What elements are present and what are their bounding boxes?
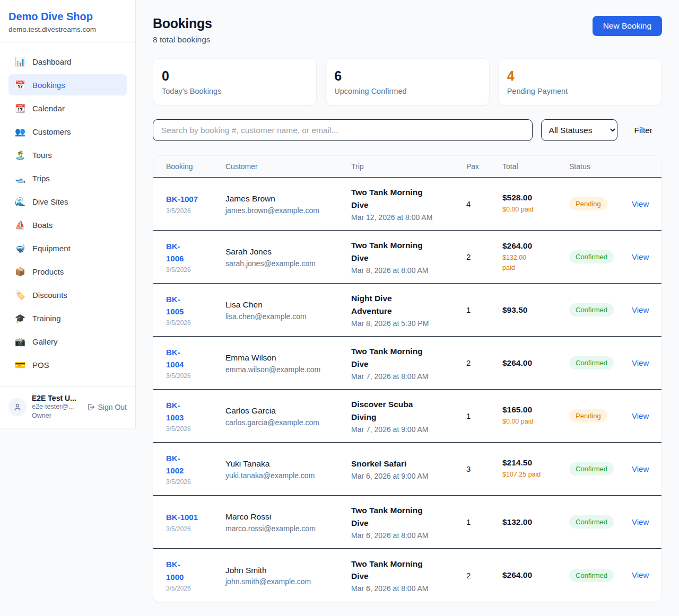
stat-value: 0 [162, 68, 308, 84]
trip-datetime: Mar 8, 2026 at 5:30 PM [351, 319, 466, 328]
sidebar-item-bookings[interactable]: 📅 Bookings [8, 74, 127, 95]
shop-name: Demo Dive Shop [8, 10, 127, 23]
sign-out-icon [86, 403, 95, 411]
booking-created-date: 3/5/2026 [166, 372, 225, 380]
sign-out-label: Sign Out [98, 403, 127, 411]
tear-off-calendar-icon: 📆 [15, 103, 25, 113]
customer-name: John Smith [225, 565, 351, 576]
pax-count: 3 [466, 464, 502, 473]
search-input[interactable] [153, 119, 533, 141]
sidebar-item-customers[interactable]: 👥 Customers [8, 121, 127, 142]
total-cell: $528.00 $0.00 paid [502, 193, 569, 214]
table-row: BK-1004 3/5/2026 Emma Wilson emma.wilson… [153, 337, 661, 390]
view-link[interactable]: View [632, 570, 649, 579]
booking-id-link[interactable]: BK-1001 [166, 511, 198, 523]
customer-email: carlos.garcia@example.com [225, 418, 351, 427]
pax-count: 1 [466, 517, 502, 526]
sidebar-item-label: Tours [32, 151, 52, 160]
trip-name: Two Tank Morning Dive [351, 239, 432, 264]
status-badge: Confirmed [569, 250, 614, 263]
status-badge: Confirmed [569, 356, 614, 369]
sidebar-item-label: Trips [32, 174, 50, 183]
trip-name: Two Tank Morning Dive [351, 504, 432, 529]
booking-id-link[interactable]: BK-1000 [166, 558, 187, 583]
sidebar-item-dashboard[interactable]: 📊 Dashboard [8, 51, 127, 72]
person-icon [13, 402, 22, 412]
sign-out-button[interactable]: Sign Out [86, 403, 127, 411]
shop-domain: demo.test.divestreams.com [8, 25, 127, 33]
customer-cell: Lisa Chen lisa.chen@example.com [225, 299, 351, 321]
graduation-cap-icon: 🎓 [15, 313, 25, 323]
status-filter-select[interactable]: All Statuses [541, 119, 617, 141]
sidebar-item-label: Products [32, 267, 64, 276]
trip-name: Two Tank Morning Dive [351, 558, 432, 583]
total-cell: $165.00 $0.00 paid [502, 405, 569, 426]
trip-cell: Two Tank Morning Dive Mar 6, 2026 at 8:0… [351, 558, 466, 593]
sidebar-item-training[interactable]: 🎓 Training [8, 307, 127, 329]
page-header: Bookings 8 total bookings New Booking [153, 16, 662, 45]
table-row: BK-1005 3/5/2026 Lisa Chen lisa.chen@exa… [153, 284, 661, 337]
paid-amount: $132.00 paid [502, 253, 533, 272]
sidebar-item-label: Boats [32, 221, 53, 230]
booking-id-link[interactable]: BK-1003 [166, 399, 187, 424]
sidebar-item-calendar[interactable]: 📆 Calendar [8, 98, 127, 119]
booking-cell: BK-1006 3/5/2026 [166, 240, 225, 274]
sidebar-item-products[interactable]: 📦 Products [8, 261, 127, 282]
customer-cell: Sarah Jones sarah.jones@example.com [225, 246, 351, 268]
view-link[interactable]: View [632, 199, 649, 208]
booking-id-link[interactable]: BK-1002 [166, 452, 187, 477]
customer-name: James Brown [225, 193, 351, 205]
booking-id-link[interactable]: BK-1004 [166, 346, 187, 371]
customer-email: john.smith@example.com [225, 577, 351, 586]
paid-amount: $0.00 paid [502, 205, 569, 214]
sidebar-item-boats[interactable]: ⛵ Boats [8, 214, 127, 235]
view-cell: View [632, 252, 649, 262]
sidebar-item-discounts[interactable]: 🏷️ Discounts [8, 284, 127, 305]
people-icon: 👥 [15, 127, 25, 137]
sidebar-item-equipment[interactable]: 🤿 Equipment [8, 237, 127, 259]
trip-cell: Discover Scuba Diving Mar 7, 2026 at 9:0… [351, 398, 466, 434]
total-amount: $528.00 [502, 193, 569, 203]
sidebar-item-label: Customers [32, 127, 71, 136]
sidebar-item-pos[interactable]: 💳 POS [8, 354, 127, 375]
pax-count: 1 [466, 411, 502, 420]
sidebar-item-tours[interactable]: 🏝️ Tours [8, 144, 127, 165]
status-cell: Confirmed [569, 356, 632, 369]
view-cell: View [632, 464, 649, 474]
sidebar-item-trips[interactable]: 🛥️ Trips [8, 168, 127, 189]
booking-created-date: 3/5/2026 [166, 585, 225, 592]
calendar-icon: 📅 [15, 80, 25, 90]
view-link[interactable]: View [632, 411, 649, 420]
tag-icon: 🏷️ [15, 290, 25, 300]
user-email: e2e-tester@... [32, 402, 81, 411]
booking-created-date: 3/5/2026 [166, 266, 225, 274]
sidebar-item-dive-sites[interactable]: 🌊 Dive Sites [8, 191, 127, 212]
view-link[interactable]: View [632, 517, 649, 526]
new-booking-button[interactable]: New Booking [593, 16, 662, 36]
view-link[interactable]: View [632, 305, 649, 314]
total-amount: $132.00 [502, 517, 569, 527]
page-title-block: Bookings 8 total bookings [153, 16, 212, 45]
trip-datetime: Mar 7, 2026 at 8:00 AM [351, 372, 466, 381]
booking-id-link[interactable]: BK-1007 [166, 193, 198, 205]
paid-amount: $0.00 paid [502, 417, 569, 426]
bookings-count: 8 total bookings [153, 35, 212, 45]
filter-button[interactable]: Filter [626, 126, 662, 135]
view-cell: View [632, 411, 649, 421]
paid-amount: $107.25 paid [502, 470, 569, 479]
customer-name: Sarah Jones [225, 246, 351, 258]
motorboat-icon: 🛥️ [15, 173, 25, 183]
trip-cell: Two Tank Morning Dive Mar 6, 2026 at 8:0… [351, 504, 466, 540]
view-link[interactable]: View [632, 252, 649, 261]
booking-id-link[interactable]: BK-1005 [166, 293, 187, 318]
customer-cell: Yuki Tanaka yuki.tanaka@example.com [225, 458, 351, 480]
total-cell: $214.50 $107.25 paid [502, 458, 569, 479]
view-link[interactable]: View [632, 358, 649, 367]
view-link[interactable]: View [632, 464, 649, 473]
camera-icon: 📸 [15, 337, 25, 347]
customer-cell: Carlos Garcia carlos.garcia@example.com [225, 405, 351, 427]
booking-created-date: 3/5/2026 [166, 525, 225, 533]
sidebar-item-gallery[interactable]: 📸 Gallery [8, 331, 127, 352]
stat-label: Pending Payment [507, 87, 653, 95]
booking-id-link[interactable]: BK-1006 [166, 240, 187, 265]
